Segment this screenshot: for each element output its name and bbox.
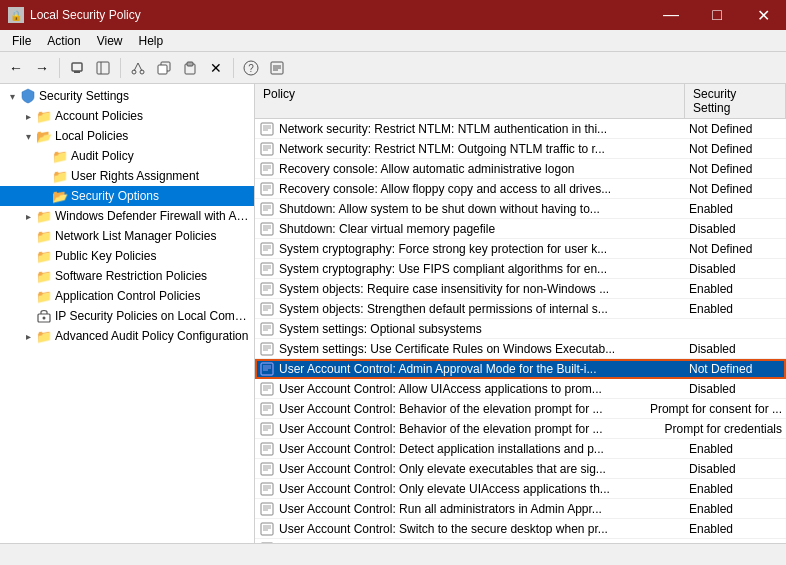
help-button[interactable]: ?	[239, 56, 263, 80]
tree-label-account-policies: Account Policies	[55, 109, 143, 123]
header-setting[interactable]: Security Setting	[685, 84, 786, 118]
expand-audit-policy	[36, 148, 52, 164]
copy-button[interactable]	[152, 56, 176, 80]
svg-rect-20	[261, 123, 273, 135]
svg-rect-92	[261, 483, 273, 495]
policy-icon	[255, 522, 275, 536]
policy-icon	[255, 302, 275, 316]
forward-button[interactable]: →	[30, 56, 54, 80]
tree-label-software-restriction: Software Restriction Policies	[55, 269, 207, 283]
svg-rect-84	[261, 443, 273, 455]
tree-item-advanced-audit[interactable]: ▸ 📁 Advanced Audit Policy Configuration	[0, 326, 254, 346]
close-button[interactable]: ✕	[740, 0, 786, 30]
account-policies-icon: 📁	[36, 108, 52, 124]
audit-policy-icon: 📁	[52, 148, 68, 164]
svg-rect-44	[261, 243, 273, 255]
menu-help[interactable]: Help	[131, 32, 172, 50]
policy-icon	[255, 322, 275, 336]
local-policies-icon: 📂	[36, 128, 52, 144]
expand-windows-firewall[interactable]: ▸	[20, 208, 36, 224]
tree-item-ip-security[interactable]: IP Security Policies on Local Compute...	[0, 306, 254, 326]
tree-item-user-rights[interactable]: 📁 User Rights Assignment	[0, 166, 254, 186]
list-row[interactable]: System objects: Require case insensitivi…	[255, 279, 786, 299]
policy-setting: Enabled	[685, 440, 786, 458]
menu-action[interactable]: Action	[39, 32, 88, 50]
policy-icon	[255, 262, 275, 276]
tree-label-user-rights: User Rights Assignment	[71, 169, 199, 183]
policy-icon	[255, 142, 275, 156]
tree-item-security-settings[interactable]: ▾ Security Settings	[0, 86, 254, 106]
policy-name: Shutdown: Allow system to be shut down w…	[275, 200, 685, 218]
tree-label-network-list: Network List Manager Policies	[55, 229, 216, 243]
policy-setting: Prompt for credentials	[661, 420, 786, 438]
delete-button[interactable]: ✕	[204, 56, 228, 80]
policy-setting: Enabled	[685, 540, 786, 544]
up-button[interactable]	[65, 56, 89, 80]
policy-setting: Enabled	[685, 480, 786, 498]
policy-setting: Disabled	[685, 380, 786, 398]
svg-rect-72	[261, 383, 273, 395]
list-row[interactable]: User Account Control: Allow UIAccess app…	[255, 379, 786, 399]
back-button[interactable]: ←	[4, 56, 28, 80]
list-row[interactable]: User Account Control: Switch to the secu…	[255, 519, 786, 539]
list-row[interactable]: User Account Control: Run all administra…	[255, 499, 786, 519]
policy-setting: Enabled	[685, 200, 786, 218]
list-row[interactable]: Network security: Restrict NTLM: Outgoin…	[255, 139, 786, 159]
list-row[interactable]: User Account Control: Virtualize file an…	[255, 539, 786, 543]
tree-item-public-key[interactable]: 📁 Public Key Policies	[0, 246, 254, 266]
expand-account-policies[interactable]: ▸	[20, 108, 36, 124]
policy-setting: Not Defined	[685, 120, 786, 138]
public-key-icon: 📁	[36, 248, 52, 264]
list-row[interactable]: Shutdown: Allow system to be shut down w…	[255, 199, 786, 219]
list-row[interactable]: User Account Control: Behavior of the el…	[255, 399, 786, 419]
menu-view[interactable]: View	[89, 32, 131, 50]
minimize-button[interactable]: —	[648, 0, 694, 30]
show-hide-button[interactable]	[91, 56, 115, 80]
list-row[interactable]: System settings: Use Certificate Rules o…	[255, 339, 786, 359]
cut-button[interactable]	[126, 56, 150, 80]
properties-button[interactable]	[265, 56, 289, 80]
list-row[interactable]: System settings: Optional subsystems	[255, 319, 786, 339]
policy-name: System objects: Strengthen default permi…	[275, 300, 685, 318]
expand-security-settings[interactable]: ▾	[4, 88, 20, 104]
tree-item-account-policies[interactable]: ▸ 📁 Account Policies	[0, 106, 254, 126]
policy-setting	[685, 327, 786, 331]
header-policy[interactable]: Policy	[255, 84, 685, 118]
policy-icon	[255, 502, 275, 516]
expand-advanced-audit[interactable]: ▸	[20, 328, 36, 344]
list-row[interactable]: Shutdown: Clear virtual memory pagefileD…	[255, 219, 786, 239]
list-row[interactable]: System objects: Strengthen default permi…	[255, 299, 786, 319]
svg-rect-36	[261, 203, 273, 215]
list-row[interactable]: System cryptography: Force strong key pr…	[255, 239, 786, 259]
list-row[interactable]: Recovery console: Allow automatic admini…	[255, 159, 786, 179]
list-row[interactable]: Network security: Restrict NTLM: NTLM au…	[255, 119, 786, 139]
policy-name: User Account Control: Allow UIAccess app…	[275, 380, 685, 398]
tree-item-security-options[interactable]: 📂 Security Options	[0, 186, 254, 206]
tree-item-software-restriction[interactable]: 📁 Software Restriction Policies	[0, 266, 254, 286]
list-row[interactable]: User Account Control: Only elevate execu…	[255, 459, 786, 479]
policy-name: Recovery console: Allow automatic admini…	[275, 160, 685, 178]
svg-rect-28	[261, 163, 273, 175]
list-row[interactable]: User Account Control: Only elevate UIAcc…	[255, 479, 786, 499]
list-rows-container: Network security: Restrict NTLM: NTLM au…	[255, 119, 786, 543]
list-row[interactable]: Recovery console: Allow floppy copy and …	[255, 179, 786, 199]
policy-name: User Account Control: Virtualize file an…	[275, 540, 685, 544]
maximize-button[interactable]: □	[694, 0, 740, 30]
list-row[interactable]: User Account Control: Behavior of the el…	[255, 419, 786, 439]
list-row[interactable]: User Account Control: Admin Approval Mod…	[255, 359, 786, 379]
expand-local-policies[interactable]: ▾	[20, 128, 36, 144]
tree-item-windows-firewall[interactable]: ▸ 📁 Windows Defender Firewall with Adva.…	[0, 206, 254, 226]
menu-file[interactable]: File	[4, 32, 39, 50]
svg-line-7	[138, 63, 142, 71]
tree-item-network-list[interactable]: 📁 Network List Manager Policies	[0, 226, 254, 246]
policy-icon	[255, 342, 275, 356]
application-control-icon: 📁	[36, 288, 52, 304]
ip-security-icon	[36, 308, 52, 324]
tree-item-audit-policy[interactable]: 📁 Audit Policy	[0, 146, 254, 166]
list-row[interactable]: System cryptography: Use FIPS compliant …	[255, 259, 786, 279]
tree-item-application-control[interactable]: 📁 Application Control Policies	[0, 286, 254, 306]
tree-label-security-settings: Security Settings	[39, 89, 129, 103]
tree-item-local-policies[interactable]: ▾ 📂 Local Policies	[0, 126, 254, 146]
list-row[interactable]: User Account Control: Detect application…	[255, 439, 786, 459]
paste-button[interactable]	[178, 56, 202, 80]
